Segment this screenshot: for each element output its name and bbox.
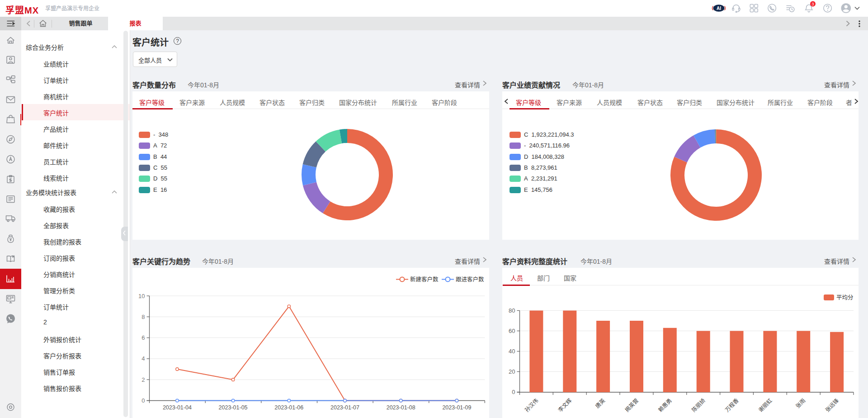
svg-text:赖惠勇: 赖惠勇	[657, 397, 673, 413]
svg-text:揭英营: 揭英营	[623, 397, 640, 413]
svg-text:张远锋: 张远锋	[824, 397, 840, 413]
svg-text:AI: AI	[717, 6, 721, 11]
svg-text:孙汉伟: 孙汉伟	[524, 397, 539, 413]
svg-text:平均分: 平均分	[836, 294, 854, 301]
svg-text:唐英: 唐英	[594, 397, 607, 410]
svg-text:80: 80	[509, 307, 515, 314]
svg-text:40: 40	[509, 348, 515, 355]
svg-text:陈丽娇: 陈丽娇	[690, 397, 707, 413]
svg-text:李文辉: 李文辉	[557, 397, 573, 413]
svg-text:60: 60	[509, 328, 515, 334]
svg-text:20: 20	[509, 368, 515, 375]
svg-text:3: 3	[811, 1, 814, 6]
svg-text:谢丽虹: 谢丽虹	[757, 397, 773, 413]
svg-text:0: 0	[512, 389, 515, 395]
svg-text:万程香: 万程香	[724, 397, 740, 413]
svg-text:张雨: 张雨	[794, 397, 807, 409]
